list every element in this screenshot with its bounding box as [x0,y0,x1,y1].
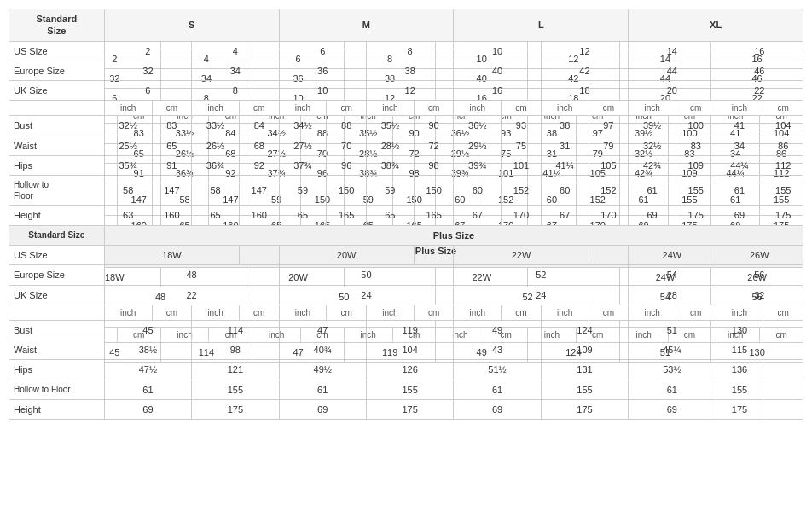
std-uk-16: 16 [454,81,541,101]
std-uk-10: 10 [279,81,366,101]
plus-eu-row: Europe Size 48 50 52 54 56 [9,265,803,285]
plus-bust-row: Bust 45114 47119 49124 51 130 [9,320,803,340]
plus-eu-56-cell: 56 [716,265,803,285]
main-size-chart: StandardSize S M L XL US Size 2 4 6 8 10… [0,0,812,371]
std-uk-12: 12 [366,81,453,101]
std-eu-row: Europe Size 32 34 36 38 40 42 44 46 [9,61,803,80]
std-uk-6: 6 [104,81,191,101]
full-size-chart: StandardSize S M L XL US Size 2 4 6 8 10… [9,9,803,371]
std-u-i5: inch [454,101,502,116]
std-eu-34: 34 [192,61,279,80]
plus-eu-52-cell: 52 [454,265,629,285]
plus-hips-row: Hips 47½121 49½126 51½131 53½ 136 [9,360,803,371]
std-height-row: Height 63160 65160 65165 65165 67170 671… [9,206,803,225]
std-uk-20: 20 [629,81,716,101]
plus-eu-50-cell: 50 [279,265,454,285]
s-col-header: S [104,9,279,42]
us-row-label: US Size [9,41,105,61]
std-us-14: 14 [629,41,716,61]
m-col-header: M [279,9,454,42]
plus-divider-row: Standard Size Plus Size [9,225,803,245]
std-unit-row: inchcm inchcm inchcm inchcm inchcm inchc… [9,101,803,116]
std-u-c7: cm [676,101,716,116]
plus-uk-24b-cell: 24 [454,285,629,305]
std-u-c8: cm [763,101,803,116]
std-u-i2: inch [192,101,240,116]
plus-uk-row: UK Size 22 24 24 28 32 [9,285,803,305]
l-col-header: L [454,9,629,42]
std-u-i6: inch [541,101,589,116]
plus-eu-48-cell: 48 [104,265,279,285]
plus-eu-label: Europe Size [9,265,105,285]
std-us-10: 10 [454,41,541,61]
std-u-c4: cm [414,101,454,116]
plus-us-26w-cell: 26W [716,245,803,264]
plus-us-18w-cell: 18W [104,245,239,264]
std-us-6: 6 [279,41,366,61]
std-eu-44: 44 [629,61,716,80]
std-uk-row: UK Size 6 8 10 12 16 18 20 22 [9,81,803,101]
uk-row-label: UK Size [9,81,105,101]
std-u-c5: cm [502,101,542,116]
std-u-c1: cm [152,101,192,116]
std-u-i4: inch [366,101,414,116]
std-waist-row: Waist 25½65 26½68 27½70 28½72 29½75 3179… [9,136,803,155]
std-eu-42: 42 [541,61,628,80]
std-uk-22: 22 [716,81,803,101]
plus-unit-row: inchcm inchcm inchcm inchcm inchcm inchc… [9,305,803,320]
plus-uk-label: UK Size [9,285,105,305]
std-u-i1: inch [104,101,152,116]
plus-eu-54-cell: 54 [629,265,716,285]
std-u-c2: cm [239,101,279,116]
plus-uk-32-cell: 32 [716,285,803,305]
plus-us-22w-cell: 22W [454,245,589,264]
plus-uk-28-cell: 28 [629,285,716,305]
plus-spacer1 [239,245,279,264]
std-bust-row: Bust 32½83 33½84 34½88 35½90 36½93 3897 … [9,116,803,136]
std-uk-18: 18 [541,81,628,101]
std-us-8: 8 [366,41,453,61]
std-size-cell: StandardSize [9,9,105,42]
plus-size-header: Plus Size [104,225,803,245]
height-label: Height [9,206,105,225]
std-us-4: 4 [192,41,279,61]
plus-spacer2 [414,245,454,264]
eu-row-label: Europe Size [9,61,105,80]
plus-uk-24a-cell: 24 [279,285,454,305]
plus-uk-22-cell: 22 [104,285,279,305]
std-uk-8: 8 [192,81,279,101]
plus-us-24w-cell: 24W [629,245,716,264]
std-us-row: US Size 2 4 6 8 10 12 14 16 [9,41,803,61]
std-us-12: 12 [541,41,628,61]
std-u-c6: cm [589,101,629,116]
std-u-i8: inch [716,101,763,116]
xl-col-header: XL [629,9,803,42]
plus-us-20w-cell: 20W [279,245,414,264]
std-u-i3: inch [279,101,327,116]
std-eu-40: 40 [454,61,541,80]
std-u-c3: cm [327,101,367,116]
std-htf-row: Hollow toFloor 58147 58147 59150 59150 6… [9,176,803,206]
std-label-divider: Standard Size [9,225,105,245]
std-us-16: 16 [716,41,803,61]
std-hips-row: Hips 35¾91 36¾92 37¾96 38¾98 39¾101 41¼1… [9,156,803,176]
std-eu-38: 38 [366,61,453,80]
std-us-2: 2 [104,41,191,61]
std-eu-36: 36 [279,61,366,80]
std-eu-32: 32 [104,61,191,80]
plus-spacer3 [589,245,629,264]
plus-us-row: US Size 18W 20W 22W 24W 26W [9,245,803,264]
std-u-i7: inch [629,101,676,116]
plus-us-label: US Size [9,245,105,264]
std-eu-46: 46 [716,61,803,80]
top-header-row: StandardSize S M L XL [9,9,803,42]
plus-waist-row: Waist 38½98 40¾104 43109 45¼ 115 [9,340,803,360]
